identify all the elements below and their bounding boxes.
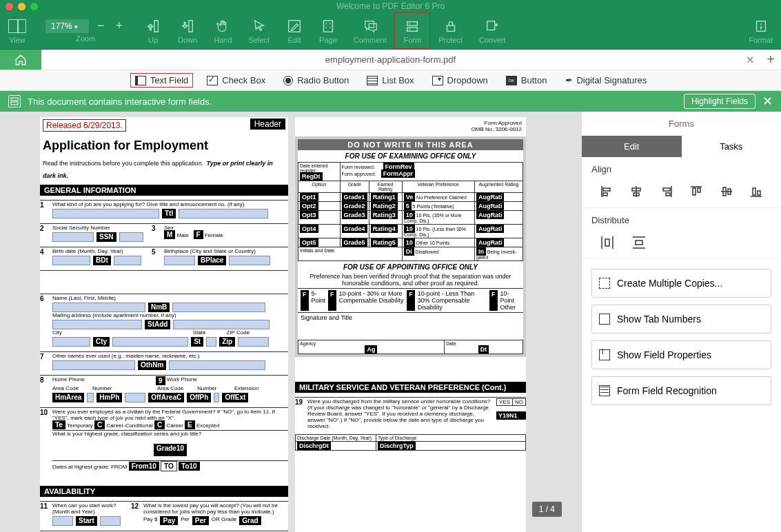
zoom-select[interactable]: 177% ▾ (45, 19, 89, 33)
r-5pts: 5 Points (Tentative) (413, 204, 454, 209)
th-grade: Grade (340, 181, 369, 193)
window-zoom[interactable] (30, 3, 38, 10)
align-left-button[interactable] (598, 183, 616, 201)
radio-button-tool[interactable]: Radio Button (279, 74, 353, 87)
window-close[interactable] (6, 3, 13, 10)
q8b: Work Phone (167, 376, 197, 385)
highlight-fields-button[interactable]: Highlight Fields (684, 94, 755, 109)
home-button[interactable] (0, 50, 41, 70)
align-center-h-button[interactable] (627, 183, 645, 201)
svg-rect-10 (447, 25, 454, 31)
new-tab-button[interactable]: + (760, 52, 781, 68)
close-tab-button[interactable]: ✕ (740, 54, 760, 66)
lock-icon (443, 18, 459, 34)
field-c1: C (94, 420, 105, 429)
comment-button[interactable]: Comment (345, 12, 395, 49)
application-title: Application for Employment (43, 139, 285, 153)
svg-rect-40 (636, 241, 642, 245)
q10-to: TO (161, 461, 177, 471)
r-10lessb: 10-point - Less Than 30% Compensable Dis… (418, 290, 487, 311)
page-button[interactable]: Page (311, 12, 345, 49)
form-field-recognition-button[interactable]: Form Field Recognition (591, 376, 771, 405)
q8-ac1: Area Code (52, 385, 90, 391)
field-hmph: HmPh (97, 393, 122, 402)
dropdown-tool[interactable]: Dropdown (428, 74, 492, 87)
align-top-button[interactable] (687, 183, 705, 201)
align-right-button[interactable] (658, 183, 676, 201)
field-cty: Cty (93, 337, 110, 347)
create-multiple-copies-button[interactable]: Create Multiple Copies... (591, 269, 771, 298)
q7-text: Other names ever used (e.g., maiden name… (52, 353, 199, 359)
th-aug: Augmented Rating (474, 181, 523, 193)
svg-point-9 (409, 28, 411, 30)
field-te: Te (52, 420, 65, 429)
distribute-v-button[interactable] (630, 234, 648, 252)
view-icon (8, 18, 26, 34)
show-tab-numbers-button[interactable]: Show Tab Numbers (591, 305, 771, 334)
q6-city: City (52, 329, 62, 336)
field-five: 5 (404, 202, 412, 210)
view-button[interactable]: View (0, 12, 34, 49)
up-button[interactable]: Up (136, 12, 170, 49)
form-button[interactable]: Form (394, 12, 430, 49)
field-nmb: NmB (148, 303, 170, 312)
tab-edit[interactable]: Edit (582, 136, 682, 157)
format-button[interactable]: Format (740, 12, 781, 49)
th-vet: Veteran Preference (402, 181, 474, 193)
down-button[interactable]: Down (170, 12, 205, 49)
show-field-properties-button[interactable]: i Show Field Properties (591, 340, 771, 369)
svg-rect-37 (605, 239, 609, 246)
q12-pay: Pay $ (143, 516, 157, 525)
q3-female: Female (205, 232, 223, 238)
field-f3: F (407, 290, 415, 311)
view-label: View (9, 36, 26, 44)
field-f2: F (328, 290, 336, 311)
svg-rect-7 (407, 27, 418, 31)
digital-signature-tool[interactable]: ✒︎ Digital Signatures (560, 74, 651, 88)
th-earned: Earned Rating (369, 181, 402, 193)
svg-rect-34 (758, 191, 760, 195)
edit-button[interactable]: Edit (278, 12, 311, 49)
field-offareac: OffAreaC (148, 393, 184, 402)
select-button[interactable]: Select (241, 12, 278, 49)
check-box-tool[interactable]: Check Box (203, 74, 270, 87)
protect-button[interactable]: Protect (430, 12, 471, 49)
field-di: Di (404, 247, 414, 256)
window-minimize[interactable] (18, 3, 26, 10)
forms-sidebar: Forms Edit Tasks Align Distribute (581, 112, 781, 532)
zoom-in-button[interactable]: + (110, 19, 129, 33)
text-field-tool[interactable]: Text Field (130, 73, 194, 88)
tab-tasks[interactable]: Tasks (682, 136, 782, 157)
align-center-v-button[interactable] (718, 183, 736, 201)
field-rating1: Rating1 (371, 193, 398, 201)
list-box-label: List Box (382, 75, 414, 85)
q11: When can you start work? (Month and Year… (52, 502, 116, 515)
q5-text: Birthplace (City and State or Country) (164, 248, 256, 254)
field-f: F (194, 230, 203, 239)
info-close-button[interactable]: ✕ (762, 94, 773, 109)
check-box-label: Check Box (222, 75, 265, 85)
field-rating2: Rating2 (371, 202, 398, 210)
field-rating4: Rating4 (371, 225, 398, 233)
list-box-tool[interactable]: List Box (363, 74, 418, 87)
hand-button[interactable]: Hand (205, 12, 240, 49)
appointing-title: FOR USE OF APPOINTING OFFICE ONLY (298, 261, 523, 273)
convert-button[interactable]: Convert (471, 12, 514, 49)
zoom-out-button[interactable]: − (92, 19, 110, 33)
button-tool[interactable]: OK Button (502, 74, 551, 87)
zoom-control[interactable]: 177% ▾ − + Zoom (34, 12, 136, 49)
q6-state: State (193, 329, 206, 336)
q12-per: Per (181, 516, 189, 525)
document-canvas[interactable]: Released 6/29/2013. Header Application f… (0, 112, 581, 532)
q10-text: Were you ever employed as a civilian by … (52, 409, 275, 421)
tab-numbers-icon (599, 314, 610, 325)
q2-text: Social Security Number (52, 225, 110, 231)
r-1030b: 10-point - 30% or More Compensable Disab… (339, 290, 405, 311)
form-icon (404, 18, 420, 34)
q19-text: Were you discharged from the military se… (307, 398, 490, 429)
q8-num2: Number (197, 385, 232, 391)
distribute-h-button[interactable] (598, 234, 616, 252)
button-icon: OK (506, 76, 517, 85)
align-bottom-button[interactable] (747, 183, 765, 201)
r-form-rev: Form reviewed: (342, 165, 375, 170)
